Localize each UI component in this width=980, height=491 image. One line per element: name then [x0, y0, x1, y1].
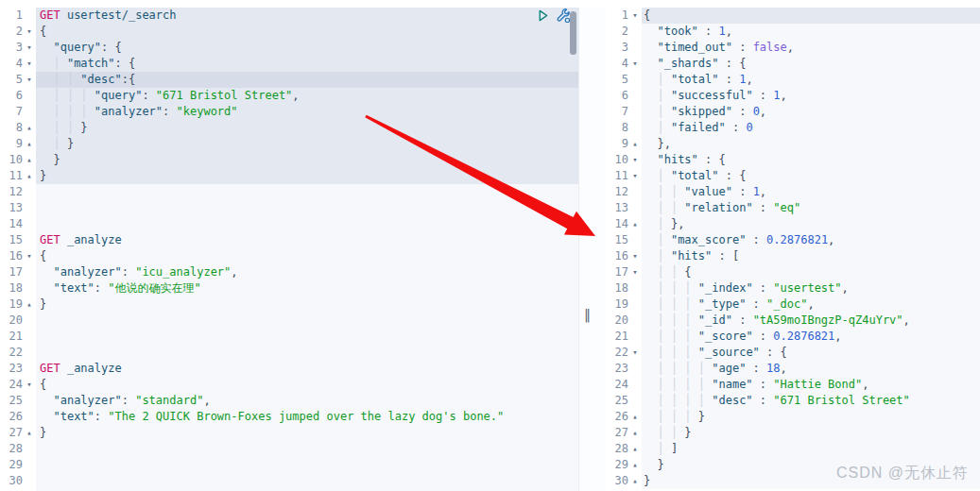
code-text[interactable]: │ ]: [642, 441, 980, 457]
code-line[interactable]: 24 │ │ │ │ "name" : "Hattie Bond",: [606, 377, 980, 393]
code-text[interactable]: [36, 473, 578, 489]
code-text[interactable]: [36, 200, 578, 216]
code-text[interactable]: │ │ │ "_index" : "usertest",: [642, 280, 980, 296]
code-text[interactable]: │ │ {: [642, 264, 980, 280]
code-line[interactable]: 30: [0, 473, 578, 489]
fold-toggle-icon[interactable]: ▾: [23, 377, 36, 393]
fold-toggle-icon[interactable]: ▴: [628, 473, 642, 489]
code-line[interactable]: 9▴ },: [606, 136, 980, 152]
code-line[interactable]: 27▴}: [0, 425, 578, 441]
code-text[interactable]: [36, 329, 578, 345]
code-text[interactable]: GET _analyze: [36, 232, 578, 248]
code-text[interactable]: │ │ }: [36, 120, 578, 136]
fold-toggle-icon[interactable]: ▴: [628, 425, 642, 441]
code-line[interactable]: 14: [0, 216, 578, 232]
code-text[interactable]: │ │ "value" : 1,: [642, 184, 980, 200]
code-line[interactable]: 17 "analyzer": "icu_analyzer",: [0, 264, 578, 280]
code-line[interactable]: 12 │ │ "value" : 1,: [606, 184, 980, 200]
code-line[interactable]: 6 │ "successful" : 1,: [606, 88, 980, 104]
code-text[interactable]: │ │ │ "_source" : {: [642, 345, 980, 361]
fold-toggle-icon[interactable]: ▴: [628, 136, 642, 152]
code-text[interactable]: }: [36, 152, 578, 168]
code-line[interactable]: 2 "took" : 1,: [606, 24, 980, 40]
code-text[interactable]: │ "max_score" : 0.2876821,: [642, 232, 980, 248]
code-text[interactable]: "hits" : {: [642, 152, 980, 168]
code-line[interactable]: 11▾ │ "total" : {: [606, 168, 980, 184]
code-text[interactable]: GET _analyze: [36, 361, 578, 377]
fold-toggle-icon[interactable]: ▴: [23, 136, 36, 152]
code-line[interactable]: 18 │ │ │ "_index" : "usertest",: [606, 280, 980, 296]
code-text[interactable]: "_shards" : {: [642, 56, 980, 72]
code-text[interactable]: │ │ │ │ "age" : 18,: [642, 361, 980, 377]
code-text[interactable]: {: [36, 24, 578, 40]
code-line[interactable]: 9▴ │ }: [0, 136, 578, 152]
code-line[interactable]: 23GET _analyze: [0, 361, 578, 377]
fold-toggle-icon[interactable]: ▴: [23, 120, 36, 136]
code-text[interactable]: [36, 345, 578, 361]
response-viewer[interactable]: 1▾{2 "took" : 1,3 "timed_out" : false,4▾…: [606, 8, 980, 489]
code-line[interactable]: 16▾ │ "hits" : [: [606, 248, 980, 264]
code-text[interactable]: }: [36, 425, 578, 441]
code-line[interactable]: 3▾ "query": {: [0, 40, 578, 56]
code-text[interactable]: │ │ │ "query": "671 Bristol Street",: [36, 88, 578, 104]
code-line[interactable]: 7 │ │ │ "analyzer": "keyword": [0, 104, 578, 120]
code-text[interactable]: "query": {: [36, 40, 578, 56]
code-line[interactable]: 1▾{: [606, 8, 980, 24]
fold-toggle-icon[interactable]: ▴: [23, 168, 36, 184]
code-text[interactable]: │ │ │ "_type" : "_doc",: [642, 296, 980, 313]
code-line[interactable]: 17▾ │ │ {: [606, 264, 980, 280]
code-line[interactable]: 13 │ │ "relation" : "eq": [606, 200, 980, 216]
code-text[interactable]: [36, 184, 578, 200]
code-text[interactable]: }: [36, 296, 578, 313]
code-line[interactable]: 8▴ │ │ }: [0, 120, 578, 136]
code-line[interactable]: 4▾ │ "match": {: [0, 56, 578, 72]
code-text[interactable]: {: [36, 248, 578, 264]
send-request-button[interactable]: [534, 8, 551, 25]
code-line[interactable]: 19▴}: [0, 296, 578, 313]
fold-toggle-icon[interactable]: ▾: [628, 264, 642, 280]
fold-toggle-icon[interactable]: ▾: [628, 168, 642, 184]
code-line[interactable]: 25 "analyzer": "standard",: [0, 393, 578, 409]
code-line[interactable]: 22: [0, 345, 578, 361]
code-text[interactable]: │ "failed" : 0: [642, 120, 980, 136]
code-text[interactable]: "analyzer": "icu_analyzer",: [36, 264, 578, 280]
code-text[interactable]: │ │ "relation" : "eq": [642, 200, 980, 216]
splitter-drag-handle-icon[interactable]: ‖: [584, 308, 591, 321]
code-text[interactable]: [36, 457, 578, 473]
fold-toggle-icon[interactable]: ▾: [23, 248, 36, 264]
code-line[interactable]: 18 "text": "他说的确实在理": [0, 280, 578, 296]
code-line[interactable]: 1GET usertest/_search: [0, 8, 578, 24]
code-line[interactable]: 5▾ │ │ "desc":{: [0, 72, 578, 88]
code-text[interactable]: "text": "The 2 QUICK Brown-Foxes jumped …: [36, 409, 578, 425]
fold-toggle-icon[interactable]: ▾: [628, 8, 642, 24]
code-text[interactable]: "took" : 1,: [642, 24, 980, 40]
code-text[interactable]: │ "skipped" : 0,: [642, 104, 980, 120]
code-line[interactable]: 26▴ │ │ │ }: [606, 409, 980, 425]
code-text[interactable]: [36, 441, 578, 457]
code-text[interactable]: │ │ │ }: [642, 409, 980, 425]
code-line[interactable]: 15GET _analyze: [0, 232, 578, 248]
code-line[interactable]: 12: [0, 184, 578, 200]
code-line[interactable]: 7 │ "skipped" : 0,: [606, 104, 980, 120]
code-line[interactable]: 23 │ │ │ │ "age" : 18,: [606, 361, 980, 377]
code-line[interactable]: 4▾ "_shards" : {: [606, 56, 980, 72]
code-text[interactable]: }: [36, 168, 578, 184]
code-text[interactable]: │ │ │ "_id" : "tA59moIBngzP-qZ4uYrv",: [642, 313, 980, 329]
code-line[interactable]: 13: [0, 200, 578, 216]
fold-toggle-icon[interactable]: ▴: [628, 216, 642, 232]
code-line[interactable]: 10▴ }: [0, 152, 578, 168]
code-text[interactable]: │ │ }: [642, 425, 980, 441]
code-text[interactable]: {: [36, 377, 578, 393]
request-options-button[interactable]: [554, 8, 571, 25]
code-line[interactable]: 20 │ │ │ "_id" : "tA59moIBngzP-qZ4uYrv",: [606, 313, 980, 329]
code-line[interactable]: 14▴ │ },: [606, 216, 980, 232]
code-text[interactable]: "analyzer": "standard",: [36, 393, 578, 409]
code-text[interactable]: │ }: [36, 136, 578, 152]
code-line[interactable]: 22▾ │ │ │ "_source" : {: [606, 345, 980, 361]
fold-toggle-icon[interactable]: ▾: [23, 40, 36, 56]
code-line[interactable]: 25 │ │ │ │ "desc" : "671 Bristol Street": [606, 393, 980, 409]
fold-toggle-icon[interactable]: ▾: [628, 152, 642, 168]
fold-toggle-icon[interactable]: ▾: [23, 24, 36, 40]
code-text[interactable]: "timed_out" : false,: [642, 40, 980, 56]
code-text[interactable]: │ },: [642, 216, 980, 232]
